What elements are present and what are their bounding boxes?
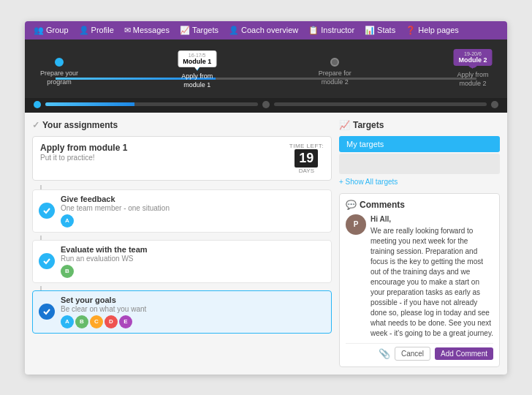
- connector-1: [40, 185, 42, 189]
- instructor-icon: 📋: [308, 26, 319, 35]
- stats-icon: 📊: [365, 26, 375, 35]
- group-icon: 👥: [34, 26, 44, 35]
- task-2-info: Evaluate with the team Run an evaluation…: [61, 245, 325, 278]
- comment-greeting: Hi All,: [370, 214, 493, 225]
- check-circle-3: [39, 304, 55, 320]
- targets-title: 📈 Targets: [339, 120, 500, 130]
- nav-instructor[interactable]: 📋 Instructor: [308, 26, 354, 35]
- targets-icon: 📈: [180, 26, 190, 35]
- assignment-title: Apply from module 1: [40, 143, 127, 153]
- nav-targets[interactable]: 📈 Targets: [180, 26, 218, 35]
- comments-title: 💬 Comments: [346, 200, 493, 210]
- check-circle-1: [39, 203, 55, 219]
- messages-icon: ✉: [124, 26, 131, 35]
- step-dot-3: [330, 58, 339, 67]
- avatar-3d: D: [104, 315, 118, 328]
- task-item[interactable]: Give feedback One team member - one situ…: [32, 189, 332, 233]
- screen: 👥 Group 👤 Profile ✉ Messages 📈 Targets 👤…: [25, 21, 507, 375]
- task-2-avatars: B: [61, 265, 325, 278]
- task-item[interactable]: Set your goals Be clear on what you want…: [32, 290, 332, 334]
- avatar-3b: B: [75, 315, 88, 328]
- right-panel: 📈 Targets My targets + Show All targets …: [339, 120, 500, 367]
- task-3-info: Set your goals Be clear on what you want…: [61, 296, 325, 328]
- my-targets-button[interactable]: My targets: [339, 136, 500, 152]
- nav-stats[interactable]: 📊 Stats: [365, 26, 395, 35]
- comments-section: 💬 Comments P Hi All, We are really looki…: [339, 193, 500, 367]
- avatar-2: B: [61, 265, 74, 278]
- timeline-track: [56, 78, 476, 80]
- task-1-subtitle: One team member - one situation: [61, 204, 325, 212]
- nav-group[interactable]: 👥 Group: [34, 26, 69, 35]
- check-icon: ✓: [32, 120, 39, 130]
- badge2-arrow: [470, 65, 476, 69]
- progress-bar-empty: [274, 102, 487, 106]
- comment-actions: 📎 Cancel Add Comment: [346, 343, 493, 361]
- nav-messages[interactable]: ✉ Messages: [124, 26, 170, 35]
- avatar-3e: E: [119, 315, 132, 328]
- badge1-arrow: [194, 67, 200, 70]
- topbar: 👥 Group 👤 Profile ✉ Messages 📈 Targets 👤…: [25, 21, 507, 40]
- cancel-button[interactable]: Cancel: [395, 347, 430, 361]
- step-dot-1: [55, 58, 64, 67]
- comment-item: P Hi All, We are really looking forward …: [346, 214, 493, 339]
- assignment-header: Apply from module 1 Put it to practice! …: [40, 143, 324, 174]
- time-left-label: TIME LEFT:: [289, 143, 324, 149]
- help-icon: ❓: [406, 26, 416, 35]
- progress-bar-row: [25, 98, 507, 113]
- task-3-title: Set your goals: [61, 296, 325, 304]
- avatar-3c: C: [90, 315, 103, 328]
- show-all-targets-link[interactable]: + Show All targets: [339, 178, 500, 186]
- progress-bar-fill: [45, 102, 134, 106]
- main-content: ✓ Your assignments Apply from module 1 P…: [25, 113, 507, 375]
- nav-help[interactable]: ❓ Help pages: [406, 26, 459, 35]
- checkmark-icon-3: [42, 307, 51, 316]
- task-1-avatars: A: [61, 214, 325, 227]
- comment-text-body: We are really looking forward to meeting…: [370, 226, 493, 339]
- module2-badge: 19-20/6 Module 2: [453, 49, 492, 66]
- nav-profile[interactable]: 👤 Profile: [79, 26, 114, 35]
- timeline-step-2: 16-17/5 Module 1 Apply from module 1: [172, 55, 223, 89]
- progress-dot-active: [34, 101, 41, 108]
- comment-body: Hi All, We are really looking forward to…: [370, 214, 493, 339]
- task-2-subtitle: Run an evaluation WS: [61, 255, 325, 263]
- connector-2: [40, 236, 42, 240]
- task-1-info: Give feedback One team member - one situ…: [61, 195, 325, 227]
- checkmark-icon-2: [42, 257, 51, 266]
- days-number: 19: [294, 149, 318, 168]
- attach-icon[interactable]: 📎: [379, 348, 390, 359]
- targets-section: 📈 Targets My targets + Show All targets: [339, 120, 500, 186]
- task-item[interactable]: Evaluate with the team Run an evaluation…: [32, 240, 332, 283]
- task-3-subtitle: Be clear on what you want: [61, 305, 325, 313]
- step-label-2: Apply from module 1: [172, 72, 223, 89]
- comment-icon: 💬: [346, 200, 357, 210]
- module1-badge: 16-17/5 Module 1: [178, 50, 216, 67]
- profile-icon: 👤: [79, 26, 89, 35]
- task-3-avatars: A B C D E: [61, 315, 325, 328]
- coach-icon: 👤: [229, 26, 239, 35]
- assignment-info: Apply from module 1 Put it to practice!: [40, 143, 127, 162]
- left-panel: ✓ Your assignments Apply from module 1 P…: [32, 120, 332, 367]
- timeline-step-3: Prepare for module 2: [309, 58, 360, 86]
- progress-dot-end: [491, 101, 498, 108]
- avatar-3a: A: [61, 315, 74, 328]
- step-label-4: Apply from module 2: [447, 71, 498, 88]
- avatar-1: A: [61, 214, 74, 227]
- commenter-avatar: P: [346, 214, 366, 235]
- step-label-1: Prepare your program: [34, 69, 85, 86]
- time-left-box: TIME LEFT: 19 DAYS: [289, 143, 324, 174]
- step-label-3: Prepare for module 2: [309, 69, 360, 86]
- task-list: Give feedback One team member - one situ…: [32, 185, 332, 334]
- add-comment-button[interactable]: Add Comment: [435, 347, 493, 360]
- assignment-subtitle: Put it to practice!: [40, 154, 127, 162]
- nav-coach[interactable]: 👤 Coach overview: [229, 26, 298, 35]
- assignments-title: ✓ Your assignments: [32, 120, 332, 130]
- task-1-title: Give feedback: [61, 195, 325, 203]
- timeline-step-4: 19-20/6 Module 2 Apply from module 2: [447, 56, 498, 88]
- task-2-title: Evaluate with the team: [61, 245, 325, 254]
- targets-icon-display: 📈: [339, 120, 350, 130]
- targets-empty-area: [339, 154, 500, 174]
- main-assignment-card: Apply from module 1 Put it to practice! …: [32, 136, 332, 181]
- progress-bar-container: [45, 102, 258, 106]
- check-circle-2: [39, 253, 55, 269]
- days-label: DAYS: [299, 168, 314, 174]
